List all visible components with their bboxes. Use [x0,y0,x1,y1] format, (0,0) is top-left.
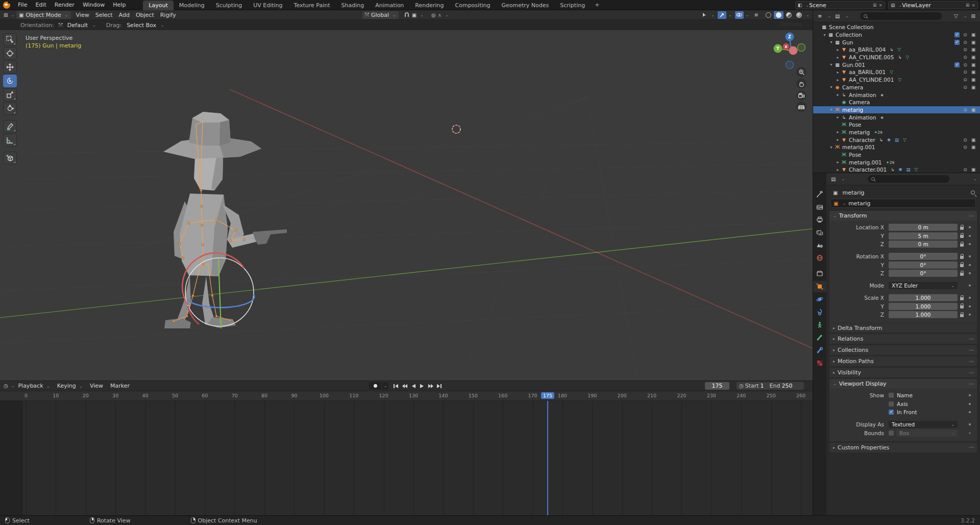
hide-eye-icon[interactable]: ⊙ [961,167,969,172]
animate-dot[interactable] [966,297,973,299]
number-field[interactable]: 1.000 [889,294,958,301]
mode-dropdown[interactable]: XYZ Euler⌄ [889,282,958,289]
timeline-menu-view[interactable]: View [86,383,107,389]
tab-physics[interactable] [813,294,826,305]
collapse-icon[interactable]: ▾ [828,85,834,89]
viewport-menu-add[interactable]: Add [116,12,133,18]
disable-render-icon[interactable]: ▣ [969,77,977,82]
jump-to-end-button[interactable] [435,383,443,390]
outliner-row-aa-baril-001[interactable]: ▸▼aa_BARIL.001▽⊙▣ [813,68,980,76]
number-field[interactable]: 0 m [889,224,958,231]
close-icon[interactable]: × [971,3,975,8]
outliner-row-aa-baril-004[interactable]: ▸▼aa_BARIL.004↳▽⊙▣ [813,46,980,54]
expand-icon[interactable]: ▸ [835,168,841,172]
timeline-tracks[interactable] [0,401,813,515]
outliner-row-scene-collection[interactable]: ▦Scene Collection [813,23,980,31]
outliner-row-gun[interactable]: ▾▦Gun✓⊙▣ [813,38,980,46]
stopwatch-icon[interactable]: ◷ [739,383,744,389]
animate-dot[interactable] [966,305,973,307]
viewport-menu-view[interactable]: View [73,12,92,18]
hide-eye-icon[interactable]: ⊙ [961,62,969,67]
measure-tool[interactable] [3,134,17,147]
add-cube-tool[interactable] [3,152,17,164]
animate-dot[interactable] [966,272,973,274]
name-checkbox[interactable] [889,393,894,398]
disable-render-icon[interactable]: ▣ [969,69,977,75]
viewport-display-header[interactable]: ⌄ Viewport Display ══ [829,379,977,389]
falloff-curve-icon[interactable]: ∧ [438,12,442,18]
tab-object[interactable] [813,281,826,292]
number-field[interactable]: 1.000 [889,303,958,310]
start-frame-field[interactable]: 1 [761,383,764,389]
lock-icon[interactable] [958,304,966,308]
new-viewlayer-icon[interactable]: ⊞ [966,3,970,8]
hide-eye-icon[interactable]: ⊙ [961,47,969,52]
animate-dot[interactable] [966,314,973,316]
workspace-tab-animation[interactable]: Animation [370,1,409,10]
shading-solid-icon[interactable] [774,11,783,19]
menu-window[interactable]: Window [79,0,109,10]
lock-icon[interactable] [958,313,966,317]
outliner-search-input[interactable] [860,12,942,20]
tab-world[interactable] [813,252,826,264]
tab-object-data-armature[interactable] [813,319,826,330]
disable-render-icon[interactable]: ▣ [969,55,977,60]
viewlayer-selector[interactable]: ▤ ⌄ ViewLayer ⊞ × [888,1,978,9]
orientation-dropdown[interactable]: Default [67,22,88,29]
snap-target-icon[interactable]: ▣ [412,12,416,18]
move-tool[interactable] [3,61,17,74]
hide-eye-icon[interactable]: ⊙ [961,85,969,90]
collapse-icon[interactable]: ▾ [828,40,834,44]
tab-tool[interactable] [813,188,826,200]
in-front-checkbox[interactable]: ✓ [889,410,894,415]
outliner-settings-icon[interactable]: ⊞ [970,13,977,19]
transform-panel-header[interactable]: ⌄ Transform ══ [829,211,977,221]
previous-keyframe-button[interactable] [401,383,408,390]
outliner-row-animation[interactable]: ▸↳Animation∗ [813,113,980,121]
menu-file[interactable]: File [14,0,31,10]
rotate-tool[interactable] [3,75,17,87]
disable-render-icon[interactable]: ▣ [969,47,977,52]
timeline-menu-playback[interactable]: Playback ⌄ [14,383,53,389]
xray-toggle-icon[interactable]: ⧈ [752,11,761,19]
play-button[interactable] [418,383,426,390]
collapse-icon[interactable]: ▾ [828,107,834,112]
hide-eye-icon[interactable]: ⊙ [961,55,969,60]
mode-dropdown[interactable]: ▣ Object Mode ⌄ [16,11,70,19]
disable-render-icon[interactable]: ▣ [969,62,977,67]
tab-view-layer[interactable] [813,227,826,238]
outliner-row-metarig-001[interactable]: ▾Жmetarig.001⊙▣ [813,144,980,151]
outliner-row-metarig-001[interactable]: ▸Жmetarig.001✦29 [813,158,980,166]
animate-dot[interactable] [966,255,973,257]
custom-properties-header[interactable]: ▸ Custom Properties ══ [829,443,977,452]
outliner-row-aa-cylinde-005[interactable]: ▸▼AA_CYLINDE.005↳▽⊙▣ [813,54,980,61]
lock-icon[interactable] [958,296,966,300]
relations-panel-header[interactable]: ▸Relations══ [829,334,977,344]
timeline-menu-keying[interactable]: Keying ⌄ [54,383,86,389]
workspace-tab-modeling[interactable]: Modeling [174,1,210,10]
disable-render-icon[interactable]: ▣ [969,40,977,45]
scale-tool[interactable] [3,88,17,101]
workspace-tab-layout[interactable]: Layout [143,1,173,10]
exclude-checkbox[interactable]: ✓ [954,32,960,37]
hide-eye-icon[interactable]: ⊙ [961,107,969,112]
outliner-editor-icon[interactable]: ≡ [816,13,823,19]
expand-icon[interactable]: ▸ [835,92,841,97]
expand-icon[interactable]: ▸ [835,55,841,60]
disable-render-icon[interactable]: ▣ [969,145,977,150]
number-field[interactable]: 1.000 [889,311,958,318]
outliner-row-pose[interactable]: ЖPose [813,121,980,129]
drag-dropdown[interactable]: Select Box [127,22,156,29]
tab-constraints[interactable] [813,306,826,318]
scene-selector[interactable]: ◧ ⌄ Scene ⊞ × [795,1,885,9]
menu-help[interactable]: Help [109,0,130,10]
outliner-row-collection[interactable]: ▾▦Collection✓⊙▣ [813,31,980,39]
outliner-row-character[interactable]: ▸▼Character↳✱▤▽⊙▣ [813,136,980,144]
viewport-menu-rigify[interactable]: Rigify [157,12,179,18]
timeline-ruler[interactable]: 0102030405060708090100110120130140150160… [0,391,813,401]
transform-tool[interactable] [3,102,17,115]
animate-dot[interactable] [966,264,973,266]
bounds-checkbox[interactable] [889,431,894,436]
exclude-checkbox[interactable]: ✓ [954,62,960,67]
animate-dot[interactable] [966,403,973,405]
